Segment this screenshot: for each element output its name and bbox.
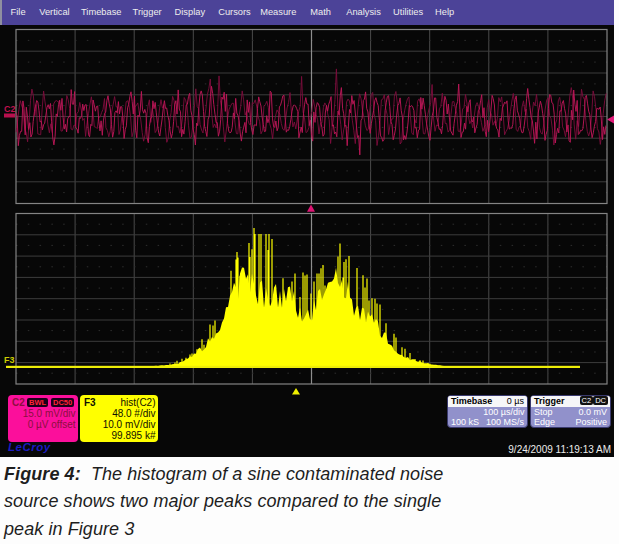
svg-text:C2: C2 [4, 104, 16, 114]
svg-text:F3: F3 [4, 355, 15, 365]
